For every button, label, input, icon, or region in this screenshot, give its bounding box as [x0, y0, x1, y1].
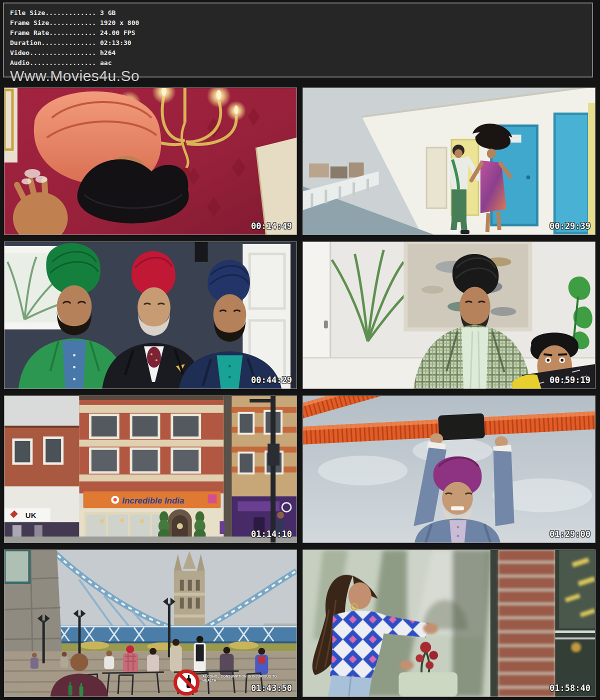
planter [398, 672, 458, 696]
uk-sign-text: UK [26, 511, 36, 520]
red-turban-man [126, 646, 134, 654]
frame-rate-line: Frame Rate............ 24.00 FPS [10, 28, 592, 38]
screenshot-thumb-3: 00:44:29 [4, 242, 297, 389]
timestamp-7: 01:43:50 [251, 683, 292, 693]
left-wall-sliver [4, 88, 18, 162]
incredible-india-sign-text: Incredible India [122, 496, 184, 506]
timestamp-3: 00:44:29 [251, 375, 292, 385]
no-alcohol-icon [174, 670, 200, 696]
screenshot-thumb-8: 01:58:40 [302, 550, 596, 697]
maroon-cravat [147, 347, 161, 368]
door-handle [324, 320, 328, 328]
file-info-panel: File Size............. 3 GB Frame Size..… [3, 2, 593, 78]
scene-living-room [303, 242, 595, 388]
timestamp-8: 01:58:40 [550, 683, 590, 693]
screenshot-thumb-7: ALCOHOL CONSUMPTION IS INJURIOUS TO HEAL… [4, 550, 297, 697]
scene-hanging-pipe [303, 396, 595, 542]
screenshot-thumb-4: 00:59:19 [302, 242, 596, 389]
right-arm [494, 450, 514, 526]
wall-speaker [195, 242, 208, 262]
scene-london-street: UK Incredible India [4, 396, 296, 542]
page: { "header": { "lines": [ "File Size.....… [0, 0, 600, 700]
reaching-hand [423, 623, 438, 634]
left-building: UK [4, 427, 79, 542]
window-frame [490, 550, 498, 696]
glass-window-corner [4, 550, 30, 583]
audio-codec-line: Audio................. aac [10, 58, 592, 68]
site-watermark: Www.Movies4u.So [10, 68, 592, 84]
timestamp-5: 01:14:10 [251, 529, 292, 539]
mint-shirt [462, 328, 488, 388]
scene-sadhu-red-room [4, 88, 296, 234]
timestamp-1: 00:14:49 [251, 221, 292, 231]
screenshot-thumb-5: UK Incredible India [4, 396, 297, 543]
scene-three-men-turbans [4, 242, 296, 388]
brick-column [498, 550, 556, 696]
purple-bin [220, 521, 225, 534]
duration-line: Duration.............. 02:13:30 [10, 38, 592, 48]
file-size-line: File Size............. 3 GB [10, 8, 592, 18]
vest-man [196, 644, 204, 662]
blue-shirt [62, 340, 86, 388]
scene-beach-huts [303, 88, 595, 234]
video-codec-line: Video................. h264 [10, 48, 592, 58]
screenshot-thumb-1: 00:14:49 [4, 88, 297, 235]
lilac-shirt [450, 520, 466, 542]
screenshot-thumb-6: 01:29:00 [302, 396, 596, 543]
timestamp-4: 00:59:19 [550, 375, 590, 385]
lit-window-right [555, 550, 595, 696]
right-building [224, 396, 296, 542]
screenshot-thumb-2: 00:29:39 [302, 88, 596, 235]
pipe-coupling [438, 413, 485, 440]
frame-size-line: Frame Size............ 1920 x 800 [10, 18, 592, 28]
teal-shirt [217, 355, 243, 388]
timestamp-6: 01:29:00 [550, 529, 590, 539]
center-building: Incredible India [79, 396, 224, 542]
timestamp-2: 00:29:39 [550, 221, 590, 231]
scene-motion-blur-run [303, 550, 595, 696]
long-black-beard [77, 160, 188, 224]
